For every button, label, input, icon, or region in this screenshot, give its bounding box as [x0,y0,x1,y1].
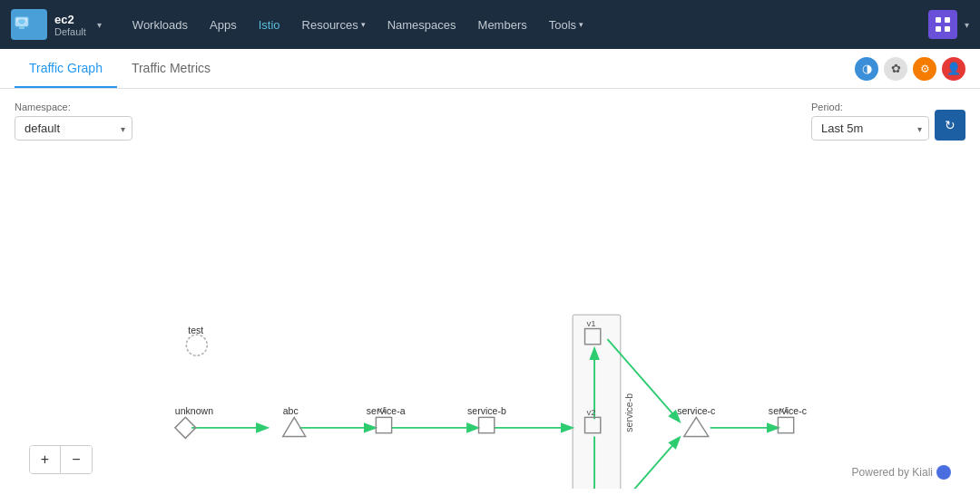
svg-point-2 [17,23,20,25]
svg-rect-7 [936,26,941,32]
tab-traffic-metrics[interactable]: Traffic Metrics [117,50,225,88]
period-label: Period: [811,102,929,112]
namespace-label: Namespace: [15,102,132,112]
navbar-logo: ec2 Default ▾ [11,9,102,40]
nav-resources[interactable]: Resources ▾ [293,13,375,37]
namespace-control: Namespace: default ▾ [15,102,132,141]
tabs-bar: Traffic Graph Traffic Metrics ◑ ✿ ⚙ 👤 [0,49,980,89]
service-b-box [573,315,621,489]
navbar: ec2 Default ▾ Workloads Apps Istio Resou… [0,0,980,49]
zoom-in-button[interactable]: + [30,446,61,473]
icon-btn-4[interactable]: 👤 [942,57,965,81]
node-unknown-label: unknown [175,405,213,416]
tab-traffic-graph[interactable]: Traffic Graph [15,50,117,88]
cluster-info: ec2 Default [54,13,86,37]
node-service-a-sublabel: v1 [377,404,387,414]
node-service-b[interactable] [479,417,495,432]
controls-row: Namespace: default ▾ Period: Last 5m Las… [15,102,965,141]
cluster-default: Default [54,26,86,37]
svg-point-3 [24,23,27,25]
node-v2-label: v2 [586,407,595,417]
tab-icons: ◑ ✿ ⚙ 👤 [855,57,965,81]
nav-namespaces[interactable]: Namespaces [378,13,466,37]
node-test-label: test [188,325,203,335]
svg-rect-4 [19,26,24,29]
cluster-dropdown-icon[interactable]: ▾ [97,20,102,30]
grid-dropdown-icon[interactable]: ▾ [965,20,969,30]
nav-workloads[interactable]: Workloads [123,13,197,37]
period-select[interactable]: Last 5m Last 1m Last 10m Last 30m Last 1… [811,116,929,141]
traffic-graph-svg: service-b [15,150,965,489]
nav-istio[interactable]: Istio [250,13,289,37]
node-service-a-v1[interactable] [376,417,391,432]
grid-icon[interactable] [928,10,957,39]
nav-members[interactable]: Members [469,13,536,37]
node-service-c-v1-sublabel: v1 [779,404,789,414]
nav-tools[interactable]: Tools ▾ [540,13,593,37]
node-v1-label: v1 [586,318,595,328]
navbar-right: ▾ [928,10,969,39]
namespace-select-wrap: default ▾ [15,116,132,141]
svg-rect-6 [945,17,950,23]
logo-icon[interactable] [11,9,47,40]
period-control: Period: Last 5m Last 1m Last 10m Last 30… [811,102,965,141]
node-test[interactable] [186,335,207,355]
icon-btn-1[interactable]: ◑ [855,57,878,81]
icon-btn-2[interactable]: ✿ [884,57,907,81]
zoom-controls: + − [29,445,93,474]
node-abc-label: abc [283,405,299,416]
namespace-select[interactable]: default [15,116,132,141]
graph-canvas: service-b [15,150,965,489]
nav-apps[interactable]: Apps [201,13,246,37]
refresh-button[interactable]: ↻ [935,110,965,141]
cluster-name: ec2 [54,13,86,26]
kiali-logo [936,465,951,480]
node-service-c-v1[interactable] [778,417,793,432]
service-b-box-label: service-b [623,393,634,432]
powered-by: Powered by Kiali [852,465,951,480]
svg-rect-8 [945,26,950,32]
period-select-wrap: Last 5m Last 1m Last 10m Last 30m Last 1… [811,116,929,141]
svg-rect-5 [936,17,941,23]
powered-by-text: Powered by Kiali [852,466,933,479]
zoom-out-button[interactable]: − [61,446,92,473]
nav-links: Workloads Apps Istio Resources ▾ Namespa… [123,13,593,37]
node-service-b-label: service-b [467,405,506,416]
node-service-c-label: service-c [677,405,715,416]
icon-btn-3[interactable]: ⚙ [913,57,936,81]
content: Namespace: default ▾ Period: Last 5m Las… [0,89,980,495]
period-select-group: Period: Last 5m Last 1m Last 10m Last 30… [811,102,929,141]
node-service-c-tri[interactable] [684,417,709,436]
